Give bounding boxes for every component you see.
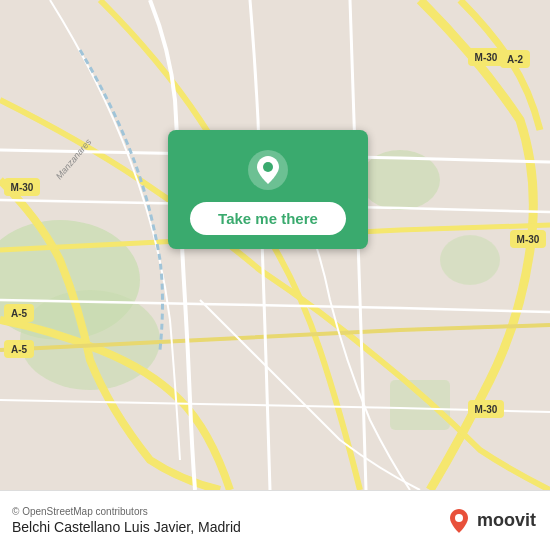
svg-text:A-5: A-5	[11, 308, 28, 319]
location-name: Belchi Castellano Luis Javier, Madrid	[12, 519, 241, 535]
map-container: M-30 M-30 M-30 M-30 A-2 A-5 A-5 Manzanar…	[0, 0, 550, 490]
svg-text:M-30: M-30	[11, 182, 34, 193]
svg-text:A-2: A-2	[507, 54, 524, 65]
svg-point-22	[263, 162, 273, 172]
svg-text:M-30: M-30	[475, 404, 498, 415]
svg-text:A-5: A-5	[11, 344, 28, 355]
moovit-logo: moovit	[445, 507, 536, 535]
svg-rect-5	[390, 380, 450, 430]
bottom-left: © OpenStreetMap contributors Belchi Cast…	[12, 506, 241, 535]
location-pin-icon	[246, 148, 290, 192]
take-me-there-button[interactable]: Take me there	[190, 202, 346, 235]
svg-text:M-30: M-30	[475, 52, 498, 63]
moovit-brand-icon	[445, 507, 473, 535]
svg-point-2	[20, 290, 160, 390]
bottom-bar: © OpenStreetMap contributors Belchi Cast…	[0, 490, 550, 550]
svg-point-23	[455, 514, 463, 522]
svg-text:M-30: M-30	[517, 234, 540, 245]
moovit-brand-text: moovit	[477, 510, 536, 531]
osm-attribution: © OpenStreetMap contributors	[12, 506, 241, 517]
location-card[interactable]: Take me there	[168, 130, 368, 249]
svg-point-4	[440, 235, 500, 285]
